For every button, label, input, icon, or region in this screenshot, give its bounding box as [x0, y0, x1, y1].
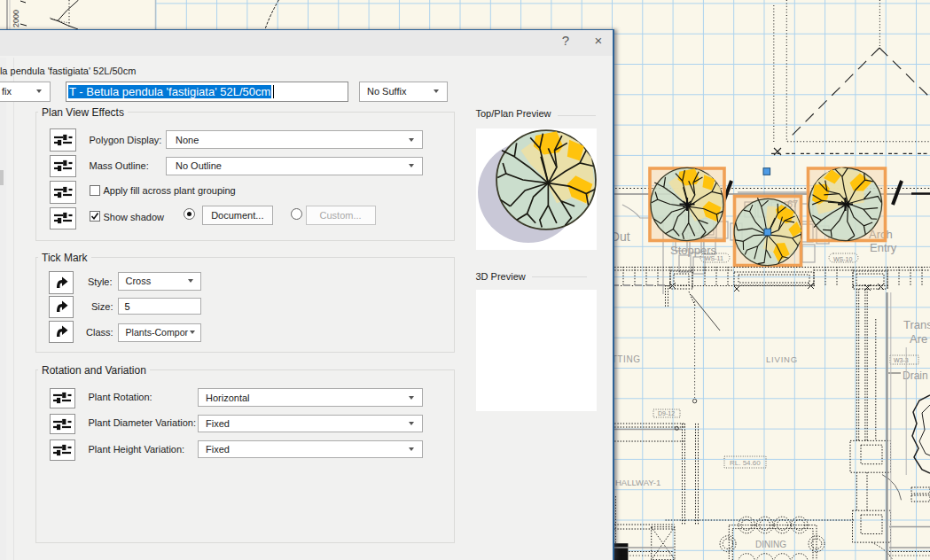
svg-text:WS-11: WS-11	[705, 255, 723, 261]
svg-text:RL. 54.60: RL. 54.60	[730, 459, 761, 467]
svg-text:D9-12: D9-12	[658, 410, 675, 416]
svg-text:WS-10: WS-10	[833, 256, 853, 262]
svg-text:Trans: Trans	[903, 318, 930, 331]
svg-text:2000: 2000	[12, 10, 20, 27]
svg-text:LIVING: LIVING	[766, 354, 798, 364]
svg-text:DINING: DINING	[755, 540, 786, 549]
svg-text:Entry: Entry	[870, 241, 897, 254]
svg-text:HALLWAY-1: HALLWAY-1	[615, 478, 660, 487]
svg-text:Are: Are	[910, 332, 927, 346]
